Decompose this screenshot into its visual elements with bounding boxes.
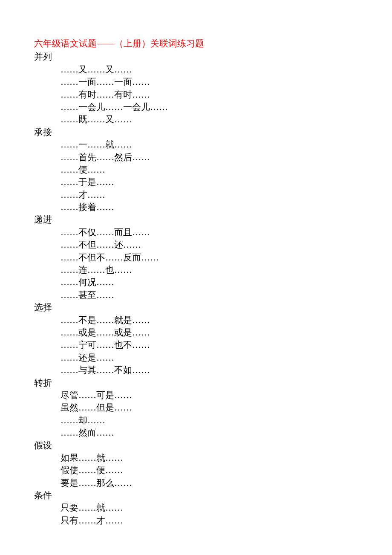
conjunction-item: ……首先……然后…… (34, 151, 358, 164)
category-heading: 条件 (34, 489, 358, 502)
conjunction-item: ……一会儿……一会儿…… (34, 101, 358, 113)
conjunction-item: ……与其……不如…… (34, 364, 358, 376)
conjunction-item: ……却…… (34, 414, 358, 427)
conjunction-item: ……宁可……也不…… (34, 339, 358, 351)
conjunction-item: 如果……就…… (34, 452, 358, 464)
conjunction-item: ……不但不……反而…… (34, 251, 358, 264)
conjunction-item: ……甚至…… (34, 289, 358, 301)
conjunction-item: ……不仅……而且…… (34, 226, 358, 239)
conjunction-item: ……或是……或是…… (34, 327, 358, 339)
conjunction-item: ……不但……还…… (34, 239, 358, 251)
conjunction-item: ……便…… (34, 164, 358, 176)
conjunction-item: ……才…… (34, 189, 358, 201)
category-heading: 承接 (34, 126, 358, 139)
conjunction-item: ……何况…… (34, 276, 358, 289)
conjunction-item: 假使……便…… (34, 464, 358, 477)
conjunction-item: 只有……才…… (34, 515, 358, 527)
conjunction-item: ……于是…… (34, 176, 358, 188)
category-heading: 递进 (34, 214, 358, 226)
conjunction-item: ……然而…… (34, 427, 358, 439)
conjunction-item: 只要……就…… (34, 502, 358, 514)
conjunction-item: ……连……也…… (34, 264, 358, 276)
category-heading: 并列 (34, 51, 358, 63)
conjunction-item: ……又……又…… (34, 64, 358, 76)
document-page: 六年级语文试题——（上册）关联词练习题 并列……又……又…………一面……一面……… (0, 0, 392, 555)
conjunction-item: ……一面……一面…… (34, 76, 358, 88)
conjunction-item: ……不是……就是…… (34, 314, 358, 327)
category-heading: 选择 (34, 301, 358, 314)
conjunction-item: ……有时……有时…… (34, 89, 358, 101)
conjunction-item: 虽然……但是…… (34, 402, 358, 414)
category-heading: 假设 (34, 439, 358, 452)
conjunction-item: ……一……就…… (34, 139, 358, 151)
conjunction-item: 要是……那么…… (34, 477, 358, 489)
content: 并列……又……又…………一面……一面…………有时……有时…………一会儿……一会儿… (34, 51, 358, 527)
conjunction-item: ……还是…… (34, 352, 358, 364)
category-heading: 转折 (34, 377, 358, 389)
conjunction-item: ……接着…… (34, 201, 358, 214)
document-title: 六年级语文试题——（上册）关联词练习题 (34, 38, 358, 50)
conjunction-item: 尽管……可是…… (34, 389, 358, 402)
conjunction-item: ……既……又…… (34, 113, 358, 126)
